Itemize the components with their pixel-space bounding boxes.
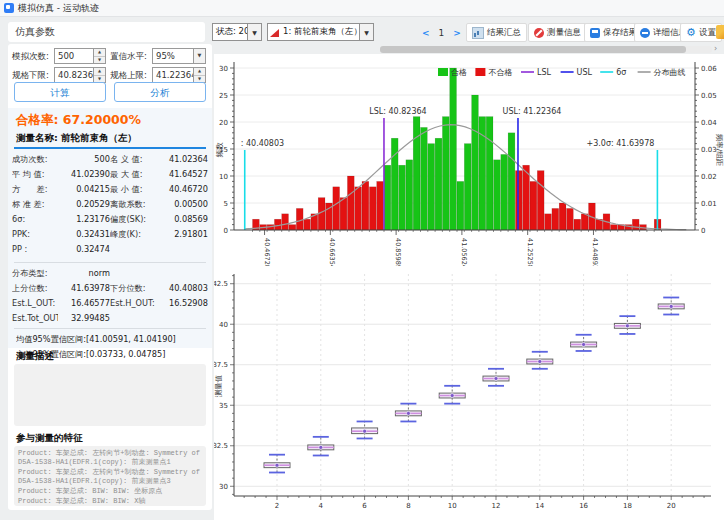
table-row: PPK:0.32431峰度(K):2.91801 bbox=[8, 227, 212, 242]
svg-text:42.5: 42.5 bbox=[214, 280, 228, 288]
features-box[interactable]: Product: 车架总成: 左转向节+制动盘: Symmetry of D5A… bbox=[14, 446, 206, 506]
svg-text:41.44893: 41.44893 bbox=[591, 238, 599, 266]
stat-label: 峰度(K): bbox=[110, 227, 158, 242]
svg-text:6: 6 bbox=[362, 502, 367, 510]
status-combo-value: 状态: 20 bbox=[213, 26, 247, 38]
stat-label: 平 均 值: bbox=[12, 167, 58, 182]
scrollbar-thumb[interactable] bbox=[380, 46, 686, 53]
spin-up-icon[interactable]: ▲ bbox=[194, 68, 205, 76]
toolbar-button-label: 测量信息 bbox=[547, 27, 581, 39]
stat-value: 500 bbox=[58, 152, 110, 167]
page-prev-button[interactable]: < bbox=[422, 28, 430, 38]
histogram-chart: : 40.40803+3.0σ: 41.63978LSL: 40.82364US… bbox=[214, 54, 724, 270]
status-combo[interactable]: 状态: 20 ▼ bbox=[212, 23, 262, 41]
sim-count-input[interactable]: 500 ▲▼ bbox=[54, 48, 106, 64]
simulation-panel: 模拟次数: 500 ▲▼ 置信水平: 95% ▼ 规格下限: 40.82364 … bbox=[8, 44, 212, 510]
field-label: 置信水平: bbox=[110, 51, 147, 63]
lsl-input[interactable]: 40.82364 ▲▼ bbox=[54, 67, 106, 83]
stat-label bbox=[110, 242, 158, 257]
stat-label: PPK: bbox=[12, 227, 58, 242]
angle-measure-icon bbox=[270, 28, 280, 37]
analyze-button[interactable]: 分析 bbox=[114, 82, 206, 102]
gear-icon: ⚙ bbox=[686, 28, 696, 38]
svg-text:: 40.40803: : 40.40803 bbox=[241, 139, 284, 148]
table-row: Est.L_OUT:16.46577Est.H_OUT:16.52908 bbox=[8, 296, 212, 311]
spinner-buttons[interactable]: ▲▼ bbox=[93, 68, 105, 82]
page-next-button[interactable]: > bbox=[453, 28, 461, 38]
dist-label: 分布类型: bbox=[12, 266, 58, 281]
divider bbox=[14, 262, 206, 263]
stat-value: 40.46720 bbox=[158, 182, 208, 197]
toolbar-button[interactable]: 测量信息 bbox=[528, 23, 587, 42]
features-text: Product: 车架总成: 左转向节+制动盘: Symmetry of D5A… bbox=[14, 446, 206, 506]
svg-text:LSL: 40.82364: LSL: 40.82364 bbox=[369, 107, 426, 116]
svg-text:USL: USL bbox=[577, 68, 593, 77]
confidence-line: 均值95%置信区间:[41.00591, 41.04190] bbox=[16, 332, 210, 347]
svg-text:40.85989: 40.85989 bbox=[394, 238, 402, 266]
usl-input[interactable]: 41.22364 ▲▼ bbox=[152, 67, 206, 83]
stat-label: 最 小 值: bbox=[110, 182, 158, 197]
scrollbar-arrow-right[interactable]: › bbox=[714, 44, 717, 53]
table-row: 成功次数:500名 义 值:41.02364 bbox=[8, 152, 212, 167]
chart-pane: : 40.40803+3.0σ: 41.63978LSL: 40.82364US… bbox=[214, 54, 724, 520]
chevron-down-icon[interactable]: ▼ bbox=[247, 24, 261, 40]
svg-text:5: 5 bbox=[224, 200, 228, 208]
svg-text:频率/组距: 频率/组距 bbox=[715, 134, 724, 167]
stat-label: PP : bbox=[12, 242, 58, 257]
stat-label: 最 大 值: bbox=[110, 167, 158, 182]
confidence-select[interactable]: 95% ▼ bbox=[152, 48, 206, 64]
svg-text:0.01: 0.01 bbox=[701, 200, 717, 208]
dist-value: 41.63978 bbox=[58, 281, 110, 296]
svg-text:30: 30 bbox=[219, 483, 228, 491]
stat-label: 名 义 值: bbox=[110, 152, 158, 167]
field-label: 模拟次数: bbox=[12, 51, 49, 63]
spin-up-icon[interactable]: ▲ bbox=[94, 68, 105, 76]
stat-value: 0.00500 bbox=[158, 197, 208, 212]
svg-text:4: 4 bbox=[319, 502, 324, 510]
calculate-button[interactable]: 计算 bbox=[14, 82, 106, 102]
dist-value: 16.52908 bbox=[158, 296, 208, 311]
table-row: 方 差:0.04215最 小 值:40.46720 bbox=[8, 182, 212, 197]
feature-line: Product: 车架总成: 左转向节+制动盘: Symmetry of D5A… bbox=[18, 468, 202, 486]
svg-text:0: 0 bbox=[224, 227, 228, 235]
stat-value: 41.64527 bbox=[158, 167, 208, 182]
svg-text:41.25258: 41.25258 bbox=[526, 238, 534, 266]
features-header: 参与测量的特征 bbox=[16, 432, 83, 445]
chevron-down-icon[interactable]: ▼ bbox=[359, 24, 373, 40]
stat-value: 41.02364 bbox=[158, 152, 208, 167]
spinner-buttons[interactable]: ▲▼ bbox=[93, 49, 105, 63]
spin-down-icon[interactable]: ▼ bbox=[94, 57, 105, 64]
dist-label: 上分位数: bbox=[12, 281, 58, 296]
usl-value: 41.22364 bbox=[153, 68, 193, 82]
svg-text:32.5: 32.5 bbox=[214, 442, 228, 450]
spinner-buttons[interactable]: ▲▼ bbox=[193, 68, 205, 82]
horizontal-scrollbar[interactable] bbox=[380, 46, 712, 53]
app-icon bbox=[4, 3, 14, 13]
pager: < 1 > bbox=[422, 24, 461, 41]
clipped-toolbar-icon[interactable] bbox=[716, 25, 724, 39]
svg-text:测量值: 测量值 bbox=[214, 374, 223, 397]
svg-text:0: 0 bbox=[701, 227, 705, 235]
sim-count-value: 500 bbox=[55, 49, 93, 63]
desc-box[interactable] bbox=[14, 364, 206, 426]
svg-text:14: 14 bbox=[535, 502, 544, 510]
measurement-combo[interactable]: 1: 前轮前束角（左） ▼ bbox=[267, 23, 374, 41]
dist-value bbox=[158, 311, 208, 326]
chevron-down-icon[interactable]: ▼ bbox=[193, 49, 205, 63]
svg-text:10: 10 bbox=[448, 502, 457, 510]
svg-text:30: 30 bbox=[219, 65, 228, 73]
dist-label: Est.H_OUT: bbox=[110, 296, 158, 311]
svg-text:25: 25 bbox=[219, 92, 228, 100]
toolbar-button[interactable]: 结果汇总 bbox=[466, 23, 527, 42]
stat-label: 成功次数: bbox=[12, 152, 58, 167]
table-row: 标 准 差:0.20529离散系数:0.00500 bbox=[8, 197, 212, 212]
boxplot-chart: 3032.53537.54042.52468101214161820测量值 bbox=[214, 266, 724, 520]
measurement-combo-value: 1: 前轮前束角（左） bbox=[280, 26, 359, 38]
svg-text:12: 12 bbox=[492, 502, 501, 510]
spin-up-icon[interactable]: ▲ bbox=[94, 49, 105, 57]
stat-value: 1.23176 bbox=[58, 212, 110, 227]
dist-value: 32.99485 bbox=[58, 311, 110, 326]
divider bbox=[14, 328, 206, 329]
svg-text:8: 8 bbox=[406, 502, 410, 510]
field-label: 规格下限: bbox=[12, 70, 49, 82]
